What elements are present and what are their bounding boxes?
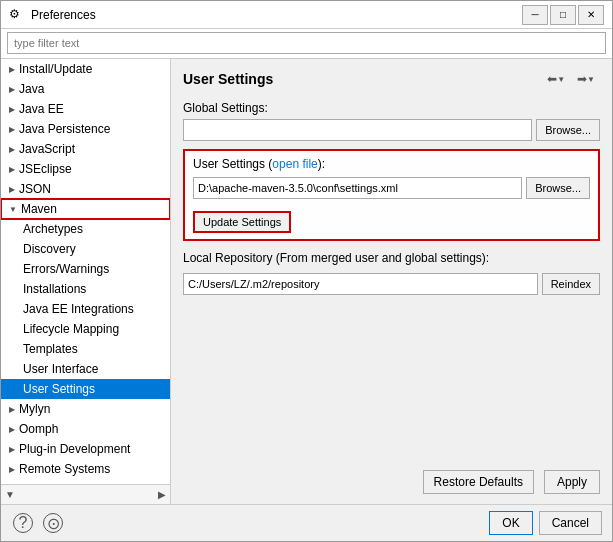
expand-arrow-jseclipse: ▶ (9, 165, 15, 174)
sidebar-item-install-update[interactable]: ▶ Install/Update (1, 59, 170, 79)
help-icon: ? (13, 513, 33, 533)
sidebar-item-lifecycle-mapping[interactable]: Lifecycle Mapping (1, 319, 170, 339)
search-bar (1, 29, 612, 59)
expand-arrow-maven: ▼ (9, 205, 17, 214)
scroll-down-icon[interactable]: ▼ (5, 489, 15, 500)
sidebar-item-user-interface[interactable]: User Interface (1, 359, 170, 379)
sidebar-item-remote-systems[interactable]: ▶ Remote Systems (1, 459, 170, 479)
global-settings-browse-button[interactable]: Browse... (536, 119, 600, 141)
expand-arrow-remote-systems: ▶ (9, 465, 15, 474)
close-button[interactable]: ✕ (578, 5, 604, 25)
sidebar-item-mylyn[interactable]: ▶ Mylyn (1, 399, 170, 419)
nav-forward-dropdown-icon: ▼ (587, 75, 595, 84)
left-panel: ▶ Install/Update ▶ Java ▶ Java EE ▶ Java… (1, 59, 171, 504)
nav-arrows: ⬅ ▼ ➡ ▼ (542, 69, 600, 89)
open-file-link[interactable]: open file (272, 157, 317, 171)
nav-forward-button[interactable]: ➡ ▼ (572, 69, 600, 89)
sidebar-item-maven[interactable]: ▼ Maven (1, 199, 170, 219)
restore-defaults-button[interactable]: Restore Defaults (423, 470, 534, 494)
global-settings-field[interactable] (183, 119, 532, 141)
expand-arrow-java-ee: ▶ (9, 105, 15, 114)
sidebar-item-user-settings[interactable]: User Settings (1, 379, 170, 399)
sidebar-item-jseclipse[interactable]: ▶ JSEclipse (1, 159, 170, 179)
user-settings-section-label: User Settings (open file): (193, 157, 590, 171)
tree-scroll[interactable]: ▶ Install/Update ▶ Java ▶ Java EE ▶ Java… (1, 59, 170, 484)
sidebar-item-discovery[interactable]: Discovery (1, 239, 170, 259)
expand-arrow-oomph: ▶ (9, 425, 15, 434)
window-title: Preferences (31, 8, 522, 22)
user-settings-field[interactable] (193, 177, 522, 199)
local-repo-label: Local Repository (From merged user and g… (183, 251, 600, 265)
ok-button[interactable]: OK (489, 511, 532, 535)
apply-button[interactable]: Apply (544, 470, 600, 494)
search-input[interactable] (7, 32, 606, 54)
local-repo-row: Reindex (183, 273, 600, 295)
user-settings-label-text: User Settings ( (193, 157, 272, 171)
sidebar-item-installations[interactable]: Installations (1, 279, 170, 299)
bottom-left-icons: ? ⊙ (11, 511, 483, 535)
panel-action-buttons: Restore Defaults Apply (183, 470, 600, 494)
sidebar-item-javascript[interactable]: ▶ JavaScript (1, 139, 170, 159)
minimize-button[interactable]: ─ (522, 5, 548, 25)
tree-scroll-bottom: ▼ ▶ (1, 484, 170, 504)
right-header: User Settings ⬅ ▼ ➡ ▼ (183, 69, 600, 89)
sidebar-item-java-persistence[interactable]: ▶ Java Persistence (1, 119, 170, 139)
settings-icon-button[interactable]: ⊙ (41, 511, 65, 535)
bottom-bar: ? ⊙ OK Cancel (1, 504, 612, 541)
main-area: ▶ Install/Update ▶ Java ▶ Java EE ▶ Java… (1, 59, 612, 504)
expand-arrow-install-update: ▶ (9, 65, 15, 74)
title-bar: ⚙ Preferences ─ □ ✕ (1, 1, 612, 29)
sidebar-item-json[interactable]: ▶ JSON (1, 179, 170, 199)
panel-title: User Settings (183, 71, 542, 87)
sidebar-item-errors-warnings[interactable]: Errors/Warnings (1, 259, 170, 279)
cancel-button[interactable]: Cancel (539, 511, 602, 535)
title-bar-buttons: ─ □ ✕ (522, 5, 604, 25)
user-settings-label2-text: ): (318, 157, 325, 171)
sidebar-item-java[interactable]: ▶ Java (1, 79, 170, 99)
sidebar-item-plug-in-development[interactable]: ▶ Plug-in Development (1, 439, 170, 459)
expand-arrow-javascript: ▶ (9, 145, 15, 154)
help-button[interactable]: ? (11, 511, 35, 535)
nav-back-button[interactable]: ⬅ ▼ (542, 69, 570, 89)
sidebar-item-templates[interactable]: Templates (1, 339, 170, 359)
global-settings-row: Browse... (183, 119, 600, 141)
expand-arrow-json: ▶ (9, 185, 15, 194)
reindex-button[interactable]: Reindex (542, 273, 600, 295)
settings-circle-icon: ⊙ (43, 513, 63, 533)
expand-arrow-java: ▶ (9, 85, 15, 94)
nav-back-dropdown-icon: ▼ (557, 75, 565, 84)
expand-arrow-mylyn: ▶ (9, 405, 15, 414)
user-settings-field-row: Browse... (193, 177, 590, 199)
preferences-window: ⚙ Preferences ─ □ ✕ ▶ Install/Update ▶ (0, 0, 613, 542)
user-settings-section: User Settings (open file): Browse... Upd… (183, 149, 600, 241)
maximize-button[interactable]: □ (550, 5, 576, 25)
nav-back-icon: ⬅ (547, 72, 557, 86)
right-panel: User Settings ⬅ ▼ ➡ ▼ Global Settings: B… (171, 59, 612, 504)
expand-arrow-plug-in-development: ▶ (9, 445, 15, 454)
expand-arrow-java-persistence: ▶ (9, 125, 15, 134)
nav-forward-icon: ➡ (577, 72, 587, 86)
sidebar-item-java-ee[interactable]: ▶ Java EE (1, 99, 170, 119)
window-icon: ⚙ (9, 7, 25, 23)
scroll-right-icon[interactable]: ▶ (158, 489, 166, 500)
sidebar-item-java-ee-integration[interactable]: Java EE Integrations (1, 299, 170, 319)
sidebar-item-archetypes[interactable]: Archetypes (1, 219, 170, 239)
user-settings-browse-button[interactable]: Browse... (526, 177, 590, 199)
global-settings-label: Global Settings: (183, 101, 600, 115)
sidebar-item-oomph[interactable]: ▶ Oomph (1, 419, 170, 439)
update-settings-button[interactable]: Update Settings (193, 211, 291, 233)
local-repo-field[interactable] (183, 273, 538, 295)
